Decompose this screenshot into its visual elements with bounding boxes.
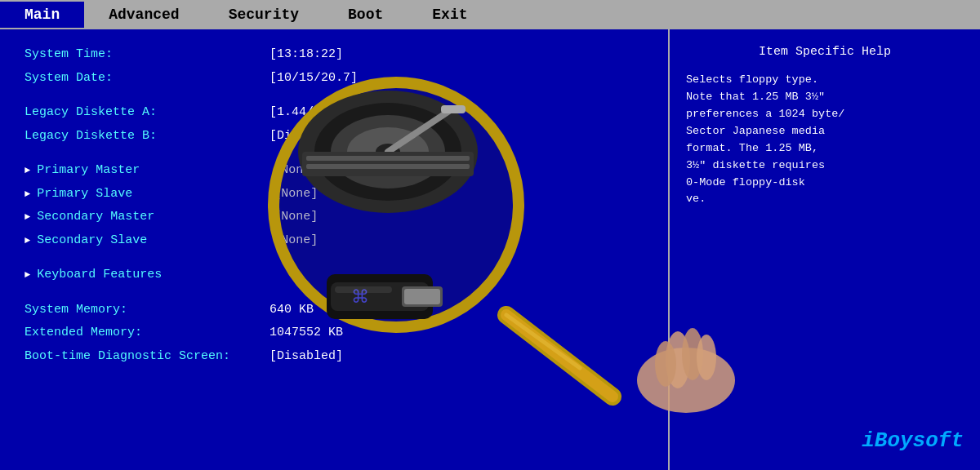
extended-memory-value: 1047552 KB: [270, 324, 343, 343]
boot-diagnostic-value[interactable]: [Disabled]: [270, 348, 343, 366]
brand-rest: Boysoft: [875, 428, 964, 453]
secondary-slave-value: [None]: [274, 232, 318, 251]
primary-slave-label: Primary Slave: [37, 185, 274, 204]
help-line-8: ve.: [686, 193, 706, 205]
system-date-value[interactable]: [10/15/20.7]: [270, 69, 358, 88]
primary-master-value: [None]: [274, 162, 318, 180]
secondary-master-label: Secondary Master: [37, 208, 274, 227]
legacy-b-label: Legacy Diskette B:: [24, 127, 270, 146]
primary-slave-row[interactable]: ► Primary Slave [None]: [24, 185, 644, 204]
system-time-label: System Time:: [24, 46, 270, 64]
legacy-a-row: Legacy Diskette A: [1.44/1.25..: [24, 104, 644, 122]
legacy-a-value[interactable]: [1.44/1.25..: [270, 104, 358, 122]
menu-item-exit[interactable]: Exit: [408, 2, 492, 28]
gap-2: [24, 150, 644, 162]
left-panel: System Time: [13:18:22] System Date: [10…: [0, 29, 670, 470]
gap-1: [24, 92, 644, 104]
brand-i: i: [862, 428, 875, 453]
system-date-row: System Date: [10/15/20.7]: [24, 69, 644, 88]
gap-3: [24, 255, 644, 266]
boot-diagnostic-label: Boot-time Diagnostic Screen:: [24, 348, 270, 366]
primary-master-row[interactable]: ► Primary Master [None]: [24, 162, 644, 180]
gap-4: [24, 290, 644, 301]
legacy-b-row: Legacy Diskette B: [Disabl...: [24, 127, 644, 146]
boot-diagnostic-row: Boot-time Diagnostic Screen: [Disabled]: [24, 348, 644, 366]
keyboard-features-row[interactable]: ► Keyboard Features: [24, 266, 644, 285]
help-line-3: preferences a 1024 byte/: [686, 108, 844, 120]
menu-bar: Main Advanced Security Boot Exit: [0, 0, 980, 29]
system-time-row: System Time: [13:18:22]: [24, 46, 644, 64]
right-panel: Item Specific Help Selects floppy type. …: [670, 29, 980, 470]
system-date-label: System Date:: [24, 69, 270, 88]
help-line-4: Sector Japanese media: [686, 125, 825, 137]
secondary-slave-row[interactable]: ► Secondary Slave [None]: [24, 232, 644, 251]
help-line-6: 3½" diskette requires: [686, 159, 825, 171]
arrow-icon-5: ►: [24, 268, 30, 282]
primary-master-label: Primary Master: [37, 162, 274, 180]
help-text: Selects floppy type. Note that 1.25 MB 3…: [686, 72, 964, 208]
arrow-icon-1: ►: [24, 163, 30, 178]
help-line-1: Selects floppy type.: [686, 73, 818, 86]
menu-item-boot[interactable]: Boot: [323, 2, 408, 28]
arrow-icon-4: ►: [24, 233, 30, 248]
system-memory-row: System Memory: 640 KB: [24, 301, 644, 320]
secondary-master-row[interactable]: ► Secondary Master [None]: [24, 208, 644, 227]
extended-memory-label: Extended Memory:: [24, 324, 270, 343]
extended-memory-row: Extended Memory: 1047552 KB: [24, 324, 644, 343]
arrow-icon-2: ►: [24, 187, 30, 202]
system-time-value[interactable]: [13:18:22]: [270, 46, 343, 64]
menu-item-advanced[interactable]: Advanced: [84, 2, 203, 28]
help-title: Item Specific Help: [686, 42, 964, 62]
legacy-b-value[interactable]: [Disabl...: [270, 127, 343, 146]
content-area: System Time: [13:18:22] System Date: [10…: [0, 29, 980, 470]
menu-item-main[interactable]: Main: [0, 2, 84, 28]
menu-item-security[interactable]: Security: [204, 2, 323, 28]
secondary-slave-label: Secondary Slave: [37, 232, 274, 251]
system-memory-label: System Memory:: [24, 301, 270, 320]
secondary-master-value: [None]: [274, 208, 318, 227]
legacy-a-label: Legacy Diskette A:: [24, 104, 270, 122]
system-memory-value: 640 KB: [270, 301, 314, 320]
iboysoft-brand: iBoysoft: [862, 424, 964, 459]
keyboard-features-label: Keyboard Features: [37, 266, 274, 285]
help-line-5: format. The 1.25 MB,: [686, 142, 818, 154]
help-line-2: Note that 1.25 MB 3½": [686, 91, 825, 103]
help-line-7: 0-Mode floppy-disk: [686, 176, 805, 188]
primary-slave-value: [None]: [274, 185, 318, 204]
arrow-icon-3: ►: [24, 210, 30, 224]
